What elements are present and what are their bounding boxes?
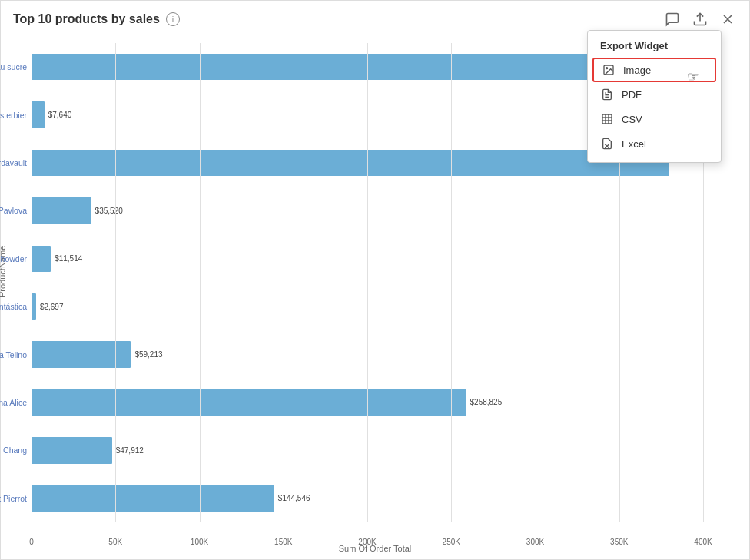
- widget-container: Top 10 products by sales i: [0, 0, 750, 560]
- bar-value-label: $11,514: [55, 254, 82, 263]
- bar-label: Pavlova: [0, 206, 32, 215]
- bar: [32, 246, 51, 272]
- export-item-csv[interactable]: CSV: [588, 107, 721, 131]
- bar-label: Camembert Pierrot: [0, 494, 32, 503]
- x-tick: 250K: [443, 538, 460, 546]
- bar-value-label: $258,825: [470, 398, 503, 406]
- bar-label: Rhönbräu Klosterbier: [0, 111, 32, 120]
- export-item-image[interactable]: Image☞: [592, 58, 716, 82]
- bar-row: Gnocchi di nonna Alice$258,825: [32, 379, 703, 426]
- info-icon[interactable]: i: [166, 12, 180, 26]
- export-dropdown: Export Widget Image☞PDFCSVExcel: [587, 30, 722, 163]
- excel-icon: [600, 137, 614, 151]
- x-tick: 100K: [191, 538, 208, 546]
- bar-label: Tarte au sucre: [0, 62, 32, 71]
- widget-title: Top 10 products by sales: [13, 12, 160, 26]
- pdf-icon: [600, 88, 614, 101]
- x-tick: 300K: [526, 538, 544, 546]
- bar: [32, 150, 669, 176]
- svg-rect-7: [602, 114, 612, 124]
- bar-row: Chang$47,912: [32, 426, 703, 474]
- bar-value-label: $35,520: [95, 207, 123, 215]
- bar-value-label: $59,213: [134, 350, 162, 359]
- bar-label: Chang: [0, 446, 32, 455]
- export-item-label-image: Image: [623, 65, 651, 76]
- bar: [32, 293, 36, 320]
- export-item-label-excel: Excel: [622, 138, 646, 150]
- x-axis-label: Sum Of Order Total: [339, 544, 412, 553]
- x-tick: 0: [29, 538, 34, 546]
- bar: [32, 101, 45, 128]
- bar-row: Pavlova$35,520: [32, 187, 703, 234]
- bar-row: Camembert Pierrot$144,546: [32, 475, 703, 522]
- bar-label: Raclette Courdavault: [0, 158, 32, 167]
- bar-row: Guaraná Fantástica$2,697: [32, 283, 703, 330]
- bar-label: Gorgonzola Telino: [0, 350, 32, 360]
- bar: [32, 437, 112, 463]
- bar-value-label: $144,546: [278, 494, 310, 502]
- bar-row: Jack's New England Clam Chowder$11,514: [32, 235, 703, 283]
- export-icon[interactable]: [691, 10, 709, 28]
- bar-label: Gnocchi di nonna Alice: [0, 398, 32, 407]
- comment-icon[interactable]: [663, 10, 682, 28]
- x-axis: [32, 522, 703, 522]
- widget-title-area: Top 10 products by sales i: [13, 12, 180, 26]
- x-tick: 350K: [610, 538, 628, 546]
- bar-row: Gorgonzola Telino$59,213: [32, 330, 703, 378]
- bar: [32, 389, 466, 416]
- close-icon[interactable]: [718, 10, 737, 28]
- x-tick: 50K: [108, 538, 122, 546]
- svg-point-4: [606, 68, 608, 69]
- bar: [32, 485, 274, 512]
- bar-label: Guaraná Fantástica: [0, 302, 32, 311]
- export-item-pdf[interactable]: PDF: [588, 82, 721, 107]
- x-tick: 400K: [694, 538, 712, 546]
- export-dropdown-title: Export Widget: [588, 37, 721, 58]
- bar-value-label: $2,697: [40, 303, 64, 311]
- image-icon: [602, 63, 616, 77]
- x-tick: 150K: [274, 538, 292, 546]
- export-item-excel[interactable]: Excel: [588, 131, 721, 156]
- bar: [32, 54, 652, 80]
- bar: [32, 197, 91, 224]
- widget-actions: [663, 10, 737, 28]
- bar: [32, 341, 131, 367]
- csv-icon: [600, 112, 614, 126]
- export-item-label-pdf: PDF: [622, 89, 642, 101]
- bar-value-label: $7,640: [48, 111, 72, 119]
- bar-label: Jack's New England Clam Chowder: [0, 254, 32, 263]
- bar-value-label: $47,912: [116, 446, 144, 455]
- export-item-label-csv: CSV: [622, 114, 642, 125]
